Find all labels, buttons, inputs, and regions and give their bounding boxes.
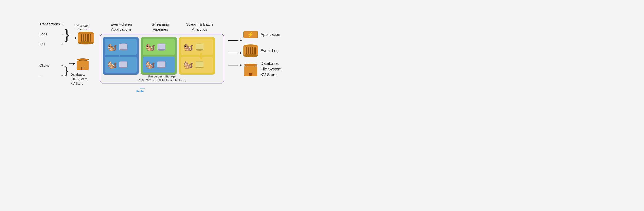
squirrel-blue-top: 🐿️ (107, 42, 118, 53)
flink-cell-blue-bottom: 🐿️ (105, 57, 137, 73)
database-label: Database,File System,KV-Store (261, 61, 283, 77)
input-dots: ... → (39, 71, 64, 80)
input-iot: IOT → (39, 39, 64, 49)
flink-cell-blue-top: 🐿️ (105, 39, 137, 55)
header-col1: Event-drivenApplications (102, 22, 141, 32)
diagram: Transactions → Logs → IOT → } ( (33, 11, 288, 95)
header-col2: StreamingPipelines (141, 22, 180, 32)
top-brace: } (64, 27, 69, 41)
input-clicks: Clicks → (39, 61, 64, 70)
flink-cell-yellow-bottom: 🐿️ (181, 57, 213, 73)
left-inputs: Transactions → Logs → IOT → } ( (39, 15, 94, 91)
column-headers: Event-drivenApplications StreamingPipeli… (102, 22, 224, 32)
mini-drum-green-bottom (158, 61, 166, 68)
output-database: Database,File System,KV-Store (244, 61, 283, 77)
mini-drum-green-top (158, 43, 166, 51)
application-icon: ⚡ (244, 31, 258, 38)
col-event-driven: 🐿️ 🐿️ (103, 37, 139, 75)
squirrel-yellow-bottom: 🐿️ (183, 59, 194, 70)
flink-cell-yellow-top: 🐿️ (181, 39, 213, 55)
squirrel-yellow-top: 🐿️ (183, 42, 194, 53)
database-stack-input (76, 57, 90, 70)
output-application: ⚡ Application (244, 29, 283, 41)
flash-symbol: ⚡ (247, 31, 254, 38)
mini-drum-yellow-top (196, 43, 204, 51)
event-log-drum (78, 32, 94, 44)
eventlog-label: Event Log (261, 48, 279, 53)
flink-cell-green-bottom: 🐿️ (143, 57, 175, 73)
mini-drum-blue-bottom (119, 61, 127, 68)
col-analytics: 🐿️ 🐿️ (179, 37, 215, 75)
event-log-output-drum (244, 44, 258, 57)
mini-drum-yellow-bottom (196, 61, 204, 68)
mini-drum-blue-top (119, 43, 127, 51)
main-container: 🐿️ 🐿️ (100, 34, 224, 83)
input-transactions: Transactions → (39, 19, 64, 29)
col-streaming: 🐿️ 🐿️ (141, 37, 177, 75)
output-eventlog: Event Log (244, 44, 283, 58)
squirrel-green-bottom: 🐿️ (145, 59, 156, 70)
header-col3: Stream & BatchAnalytics (180, 22, 219, 32)
application-label: Application (261, 32, 280, 37)
output-arrows (228, 39, 242, 66)
main-section: Event-drivenApplications StreamingPipeli… (100, 22, 224, 83)
input-logs: Logs → (39, 29, 64, 39)
flink-cell-green-top: 🐿️ (143, 39, 175, 55)
right-outputs: ⚡ Application Event Log (244, 29, 283, 77)
bottom-brace: } (64, 65, 68, 76)
database-stack-output (244, 62, 258, 76)
resources-label: Resources | Storage(K8s, Yarn, ...) | (H… (100, 75, 224, 81)
squirrel-green-top: 🐿️ (145, 42, 156, 53)
squirrel-blue-bottom: 🐿️ (107, 59, 118, 70)
